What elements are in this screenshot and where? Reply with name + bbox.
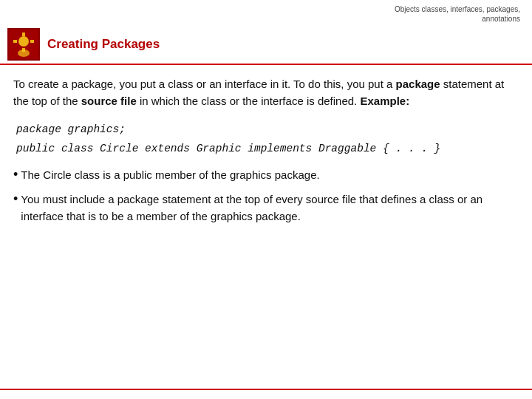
intro-text1: To create a package, you put a class or …: [13, 78, 396, 90]
svg-rect-6: [30, 40, 34, 43]
intro-bold1: package: [396, 78, 440, 90]
svg-point-7: [18, 50, 30, 57]
logo-icon: [7, 28, 40, 61]
main-content: To create a package, you put a class or …: [0, 65, 532, 239]
svg-point-2: [18, 36, 29, 47]
header-line1: Objects classes, interfaces, packages,: [395, 5, 520, 13]
bullet-dot-2: •: [13, 191, 18, 208]
bottom-divider: [0, 389, 532, 390]
page-wrapper: Objects classes, interfaces, packages, a…: [0, 0, 532, 399]
bullet-section: • The Circle class is a public member of…: [13, 166, 519, 225]
bullet-item-1: • The Circle class is a public member of…: [13, 166, 519, 183]
svg-rect-5: [13, 40, 17, 43]
code-line2: public class Circle extends Graphic impl…: [16, 143, 519, 154]
title-bar: Creating Packages: [0, 25, 532, 65]
intro-bold3: Example:: [360, 95, 409, 107]
intro-bold2: source file: [81, 95, 137, 107]
code-line1: package graphics;: [16, 123, 519, 135]
bullet-item-2: • You must include a package statement a…: [13, 191, 519, 225]
header-line2: annotations: [482, 15, 520, 23]
page-title: Creating Packages: [47, 37, 160, 52]
bullet-dot-1: •: [13, 166, 18, 183]
intro-text3: in which the class or the interface is d…: [137, 95, 361, 107]
svg-rect-3: [22, 33, 25, 36]
bullet-text-1: The Circle class is a public member of t…: [21, 166, 519, 183]
header-area: Objects classes, interfaces, packages, a…: [0, 0, 532, 25]
intro-paragraph: To create a package, you put a class or …: [13, 75, 519, 110]
bullet-text-2: You must include a package statement at …: [21, 191, 519, 225]
